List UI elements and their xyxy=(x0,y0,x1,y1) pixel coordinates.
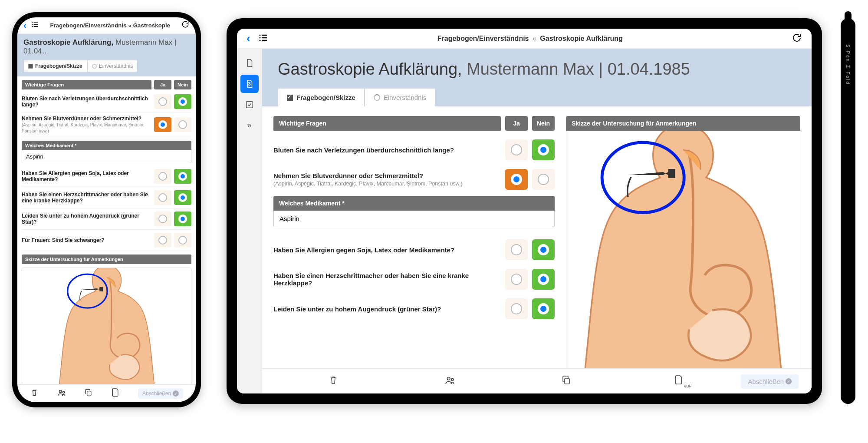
tablet-footer: PDF Abschließen✓ xyxy=(262,368,812,393)
radio-ja[interactable] xyxy=(154,169,171,184)
field-input[interactable]: Aspirin xyxy=(273,211,555,227)
col-nein: Nein xyxy=(532,116,555,131)
radio-nein[interactable] xyxy=(174,212,191,226)
radio-nein[interactable] xyxy=(174,94,191,109)
question-row: Für Frauen: Sind Sie schwanger? xyxy=(22,230,191,251)
radio-nein[interactable] xyxy=(174,117,191,132)
questions-panel[interactable]: Wichtige Fragen Ja Nein Bluten Sie nach … xyxy=(273,116,555,359)
people-icon[interactable] xyxy=(391,374,508,388)
section-header-row: Wichtige Fragen Ja Nein xyxy=(22,80,191,89)
sketch-area[interactable] xyxy=(566,131,800,368)
question-text: Leiden Sie unter zu hohem Augendruck (gr… xyxy=(22,213,151,225)
question-row: Haben Sie Allergien gegen Soja, Latex od… xyxy=(273,235,555,264)
col-nein: Nein xyxy=(174,80,191,89)
phone-body[interactable]: Wichtige Fragen Ja Nein Bluten Sie nach … xyxy=(17,76,196,384)
radio-nein[interactable] xyxy=(532,239,555,260)
tabs: Fragebogen/Skizze Einverständnis xyxy=(278,88,796,106)
tablet-screen: ‹ Fragebogen/Einverständnis « Gastroskop… xyxy=(237,29,812,393)
breadcrumb: Fragebogen/Einverständnis « Gastroskopie… xyxy=(276,35,784,43)
check-icon xyxy=(287,95,293,101)
radio-ja[interactable] xyxy=(505,169,528,190)
radio-nein[interactable] xyxy=(174,169,191,184)
question-text: Haben Sie Allergien gegen Soja, Latex od… xyxy=(22,170,151,182)
radio-ja[interactable] xyxy=(154,233,171,248)
trash-icon[interactable] xyxy=(30,388,39,399)
field-header: Welches Medikament * xyxy=(22,141,191,150)
sketch-area[interactable] xyxy=(22,268,191,384)
phone-topbar: ‹ Fragebogen/Einverständnis « Gastroskop… xyxy=(17,17,196,34)
list-icon[interactable] xyxy=(258,33,269,45)
question-text: Haben Sie Allergien gegen Soja, Latex od… xyxy=(273,246,501,254)
tablet-main: 3 » Gastroskopie Aufklärung, Mustermann … xyxy=(237,49,812,393)
pdf-icon[interactable]: PDF xyxy=(625,374,741,388)
tab-einverstaendnis[interactable]: Einverständnis xyxy=(365,88,435,106)
sidebar-form-icon[interactable]: 3 xyxy=(240,75,259,93)
refresh-icon[interactable] xyxy=(792,33,802,45)
radio-nein[interactable] xyxy=(532,298,555,319)
check-icon xyxy=(28,64,33,69)
radio-nein[interactable] xyxy=(532,169,555,190)
radio-ja[interactable] xyxy=(505,239,528,260)
question-row: Haben Sie einen Herzschrittmacher oder h… xyxy=(273,264,555,294)
question-text: Bluten Sie nach Verletzungen überdurchsc… xyxy=(22,96,151,108)
question-row: Nehmen Sie Blutverdünner oder Schmerzmit… xyxy=(22,112,191,137)
anatomy-illustration xyxy=(570,131,796,368)
tablet-topbar: ‹ Fragebogen/Einverständnis « Gastroskop… xyxy=(237,29,812,49)
radio-ja[interactable] xyxy=(154,94,171,109)
list-icon[interactable] xyxy=(31,20,39,31)
sidebar-check-icon[interactable] xyxy=(240,96,259,114)
sidebar-doc-icon[interactable] xyxy=(240,54,259,72)
people-icon[interactable] xyxy=(57,388,66,400)
question-row: Haben Sie Allergien gegen Soja, Latex od… xyxy=(22,166,191,187)
radio-ja[interactable] xyxy=(154,212,171,226)
tab-fragebogen[interactable]: Fragebogen/Skizze xyxy=(278,88,365,106)
radio-nein[interactable] xyxy=(174,190,191,205)
radio-ja[interactable] xyxy=(154,190,171,205)
radio-ja[interactable] xyxy=(154,117,171,132)
section-header: Wichtige Fragen xyxy=(273,116,501,131)
complete-button[interactable]: Abschließen✓ xyxy=(138,388,183,399)
radio-ja[interactable] xyxy=(505,298,528,319)
question-text: Haben Sie einen Herzschrittmacher oder h… xyxy=(22,192,151,204)
back-button[interactable]: ‹ xyxy=(247,32,250,45)
progress-icon xyxy=(92,64,97,69)
phone-screen: ‹ Fragebogen/Einverständnis « Gastroskop… xyxy=(17,17,196,402)
question-text: Nehmen Sie Blutverdünner oder Schmerzmit… xyxy=(22,116,151,134)
copy-icon[interactable] xyxy=(508,375,625,388)
radio-ja[interactable] xyxy=(505,269,528,290)
radio-nein[interactable] xyxy=(174,233,191,248)
stylus: S Pen Z Fold xyxy=(841,18,855,404)
sidebar-expand-icon[interactable]: » xyxy=(247,121,251,130)
phone-header: Gastroskopie Aufklärung, Mustermann Max … xyxy=(17,34,196,76)
sketch-panel: Skizze der Untersuchung für Anmerkungen xyxy=(566,116,800,359)
radio-nein[interactable] xyxy=(532,269,555,290)
tab-fragebogen[interactable]: Fragebogen/Skizze xyxy=(23,60,87,72)
refresh-icon[interactable] xyxy=(181,20,190,31)
copy-icon[interactable] xyxy=(84,388,93,399)
field-header: Welches Medikament * xyxy=(273,196,555,211)
tablet-frame: ‹ Fragebogen/Einverständnis « Gastroskop… xyxy=(227,18,822,404)
breadcrumb: Fragebogen/Einverständnis « Gastroskopie xyxy=(44,22,177,29)
question-row: Bluten Sie nach Verletzungen überdurchsc… xyxy=(273,135,555,165)
page-title: Gastroskopie Aufklärung, Mustermann Max … xyxy=(23,38,190,56)
tabs: Fragebogen/Skizze Einverständnis xyxy=(23,60,190,72)
question-row: Leiden Sie unter zu hohem Augendruck (gr… xyxy=(273,294,555,324)
question-row: Bluten Sie nach Verletzungen überdurchsc… xyxy=(22,91,191,112)
pdf-icon[interactable] xyxy=(111,387,120,400)
tab-einverstaendnis[interactable]: Einverständnis xyxy=(87,60,138,72)
radio-nein[interactable] xyxy=(532,139,555,160)
radio-ja[interactable] xyxy=(505,139,528,160)
phone-footer: Abschließen✓ xyxy=(17,384,196,402)
title-bold: Gastroskopie Aufklärung, xyxy=(23,38,113,46)
content-header: Gastroskopie Aufklärung, Mustermann Max … xyxy=(262,49,812,106)
field-input[interactable]: Aspirin xyxy=(22,150,191,163)
trash-icon[interactable] xyxy=(275,375,391,388)
sketch-header: Skizze der Untersuchung für Anmerkungen xyxy=(566,116,800,131)
progress-icon xyxy=(374,94,380,101)
sketch-header: Skizze der Untersuchung für Anmerkungen xyxy=(22,255,191,264)
question-text: Leiden Sie unter zu hohem Augendruck (gr… xyxy=(273,305,501,313)
complete-button[interactable]: Abschließen✓ xyxy=(741,374,799,389)
back-button[interactable]: ‹ xyxy=(23,20,26,30)
question-text: Für Frauen: Sind Sie schwanger? xyxy=(22,237,151,243)
question-text: Nehmen Sie Blutverdünner oder Schmerzmit… xyxy=(273,172,501,187)
